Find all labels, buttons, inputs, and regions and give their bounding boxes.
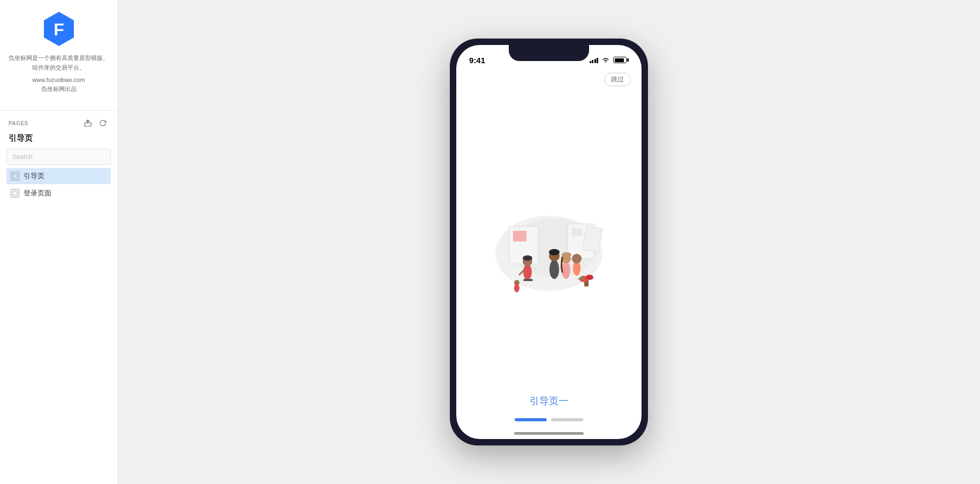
- add-page-button[interactable]: [97, 117, 109, 129]
- battery-icon: [613, 57, 629, 63]
- logo-icon: F: [41, 11, 77, 47]
- pages-label: PAGES: [9, 120, 28, 126]
- illustration-area: [456, 85, 642, 389]
- svg-point-28: [586, 275, 593, 280]
- svg-rect-10: [572, 228, 583, 236]
- phone-mockup: 9:41: [450, 39, 648, 445]
- svg-text:F: F: [54, 20, 64, 39]
- page-file-icon-2: [11, 189, 19, 198]
- progress-dot-inactive: [551, 418, 583, 421]
- wifi-icon: [601, 57, 610, 63]
- sidebar-divider: [0, 110, 117, 111]
- logo-description: 负坐标网是一个拥有高质量原型模版、组件库的交易平台。: [0, 54, 117, 72]
- phone-page-title: 引导页一: [530, 395, 568, 407]
- svg-point-14: [523, 255, 532, 261]
- svg-rect-15: [523, 279, 533, 281]
- search-input[interactable]: [6, 149, 111, 165]
- page-item-label: 引导页: [24, 171, 44, 181]
- svg-point-22: [562, 252, 571, 258]
- page-item-guide[interactable]: 引导页: [6, 168, 111, 184]
- phone-screen: 9:41: [456, 45, 642, 439]
- signal-icon: [590, 57, 599, 63]
- page-item-label-2: 登录页面: [24, 188, 51, 198]
- svg-rect-3: [13, 174, 17, 178]
- phone-notch: [509, 45, 589, 61]
- pages-icons: [82, 117, 109, 129]
- export-button[interactable]: [82, 117, 94, 129]
- logo-brand: 负坐标网出品: [41, 85, 77, 93]
- status-icons: [590, 57, 629, 63]
- svg-point-17: [549, 260, 559, 279]
- main-area: 9:41: [118, 0, 980, 484]
- pages-title: 引导页: [6, 133, 111, 143]
- phone-content: 引导页一: [456, 69, 642, 439]
- page-file-icon: [11, 172, 19, 180]
- illustration-svg: [479, 168, 619, 307]
- svg-point-20: [562, 262, 570, 279]
- status-time: 9:41: [469, 56, 485, 65]
- logo-container: F 负坐标网是一个拥有高质量原型模版、组件库的交易平台。 www.fuzuobi…: [0, 11, 117, 102]
- svg-point-30: [514, 284, 519, 292]
- svg-point-12: [523, 264, 532, 280]
- progress-dot-active: [515, 418, 547, 421]
- svg-point-25: [572, 254, 582, 263]
- export-icon: [84, 119, 92, 127]
- page-item-login[interactable]: 登录页面: [6, 185, 111, 201]
- sidebar: F 负坐标网是一个拥有高质量原型模版、组件库的交易平台。 www.fuzuobi…: [0, 0, 118, 484]
- home-indicator: [514, 432, 584, 435]
- pages-header: PAGES: [6, 117, 111, 129]
- svg-rect-4: [13, 191, 17, 195]
- add-icon: [99, 119, 107, 127]
- pages-section: PAGES 引导页: [0, 117, 117, 202]
- logo-url: www.fuzuobiao.com: [33, 77, 85, 83]
- svg-point-19: [549, 249, 560, 255]
- progress-dots: [515, 418, 583, 421]
- svg-rect-8: [513, 231, 526, 241]
